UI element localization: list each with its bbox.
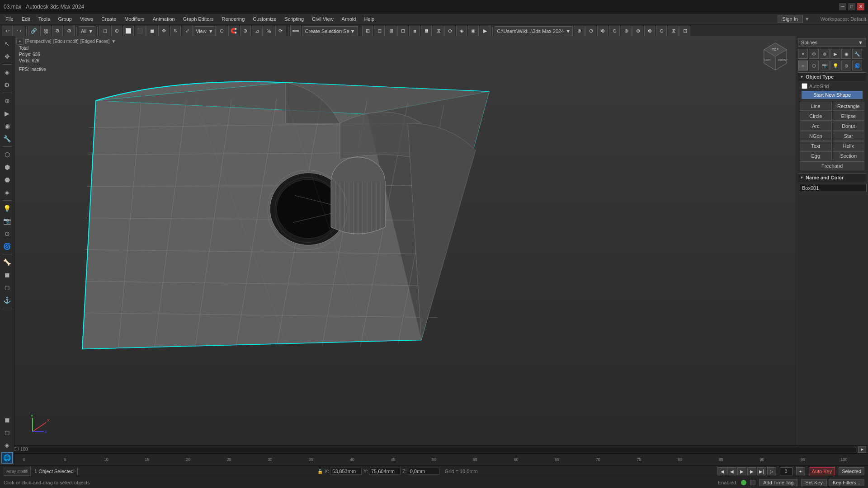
left-lights-tool[interactable]: 💡 (1, 202, 13, 214)
menu-views[interactable]: Views (76, 15, 97, 23)
key-prev-button[interactable]: |◀ (717, 467, 726, 475)
bind-button[interactable]: ⚙ (52, 26, 63, 37)
camera-icon-btn[interactable]: 📷 (820, 61, 830, 70)
view-dropdown[interactable]: View ▼ (193, 26, 216, 36)
path-btn1[interactable]: ⊕ (574, 26, 585, 37)
menu-tools[interactable]: Tools (35, 15, 54, 23)
left-select-tool[interactable]: ↖ (1, 38, 13, 50)
menu-arnold[interactable]: Arnold (338, 15, 360, 23)
motion-icon-btn[interactable]: ▶ (830, 49, 840, 59)
left-shapes-tool[interactable]: ⬡ (1, 149, 13, 160)
rectangle-button[interactable]: Rectangle (833, 102, 865, 111)
next-frame-button[interactable]: ▶ (747, 467, 756, 475)
left-particles-tool[interactable]: ⬣ (1, 174, 13, 186)
current-frame-input[interactable] (780, 467, 793, 475)
path-btn9[interactable]: ⊞ (668, 26, 679, 37)
render-button[interactable]: ▶ (480, 26, 491, 37)
menu-customize[interactable]: Customize (249, 15, 280, 23)
mirror-button[interactable]: ⟺ (290, 26, 301, 37)
y-input[interactable] (369, 468, 401, 475)
x-input[interactable] (330, 468, 362, 475)
object-name-input[interactable] (800, 184, 867, 192)
utilities-icon-btn[interactable]: 🔧 (852, 49, 862, 59)
align6-button[interactable]: ≣ (421, 26, 432, 37)
geometry-icon-btn[interactable]: ⬡ (809, 61, 819, 70)
z-input[interactable] (408, 468, 439, 475)
left-bottom-btn1[interactable]: ◼ (1, 414, 13, 426)
menu-graph-editors[interactable]: Graph Editors (179, 15, 217, 23)
menu-civil-view[interactable]: Civil View (308, 15, 337, 23)
menu-create[interactable]: Create (98, 15, 120, 23)
menu-file[interactable]: File (2, 15, 17, 23)
left-bottom-btn3[interactable]: ◈ (1, 439, 13, 451)
menu-group[interactable]: Group (54, 15, 75, 23)
undo-button[interactable]: ↩ (2, 26, 13, 37)
material-editor-button[interactable]: ◈ (456, 26, 467, 37)
close-button[interactable]: ✕ (857, 3, 864, 10)
left-motion-tool[interactable]: ▶ (1, 108, 13, 119)
select-name-button[interactable]: ⊕ (111, 26, 122, 37)
freehand-button[interactable]: Freehand (800, 161, 864, 170)
autogrid-checkbox[interactable] (802, 83, 807, 89)
left-cameras-tool[interactable]: 📷 (1, 215, 13, 227)
redo-button[interactable]: ↪ (14, 26, 24, 37)
path-btn2[interactable]: ⊖ (585, 26, 596, 37)
path-btn6[interactable]: ⊛ (632, 26, 643, 37)
key-next-button[interactable]: ▶| (757, 467, 766, 475)
set-key-button[interactable]: Set Key (801, 479, 827, 486)
path-btn8[interactable]: ⊝ (656, 26, 667, 37)
ngon-button[interactable]: NGon (800, 131, 832, 141)
prev-frame-button[interactable]: ◀ (727, 467, 736, 475)
line-button[interactable]: Line (800, 102, 832, 111)
left-bottom-btn4[interactable]: 🌐 (1, 452, 13, 464)
rotate-button[interactable]: ↻ (170, 26, 181, 37)
object-type-section-header[interactable]: ▼ Object Type (798, 72, 866, 81)
sign-in-button[interactable]: Sign In (778, 15, 803, 23)
hierarchy-icon-btn[interactable]: ⊕ (820, 49, 830, 59)
play-button[interactable]: ▶ (737, 467, 746, 475)
layer-mgr-button[interactable]: ⊞ (433, 26, 443, 37)
timeline-frames[interactable]: 0 5 10 15 20 25 30 35 40 45 50 55 60 65 … (0, 454, 868, 465)
align-button[interactable]: ⊞ (362, 26, 373, 37)
modifier-stack-panel[interactable]: Array modifi (4, 467, 31, 476)
align3-button[interactable]: ⊠ (386, 26, 396, 37)
section-button[interactable]: Section (833, 151, 865, 160)
align2-button[interactable]: ⊟ (374, 26, 385, 37)
left-spacewarps-tool[interactable]: 🌀 (1, 240, 13, 252)
bind2-button[interactable]: ⚙ (64, 26, 75, 37)
select-window-button[interactable]: ⬛ (135, 26, 146, 37)
path-btn4[interactable]: ⊙ (609, 26, 620, 37)
menu-help[interactable]: Help (360, 15, 378, 23)
render-setup-button[interactable]: ◉ (468, 26, 479, 37)
donut-button[interactable]: Donut (833, 122, 865, 131)
arc-button[interactable]: Arc (800, 122, 832, 131)
left-compound-tool[interactable]: ⬢ (1, 161, 13, 173)
space-warp-icon-btn[interactable]: 🌀 (852, 61, 862, 70)
maximize-button[interactable]: □ (848, 3, 855, 10)
link-button[interactable]: 🔗 (28, 26, 39, 37)
left-bone-tool[interactable]: 🦴 (1, 256, 13, 268)
align5-button[interactable]: ≡ (409, 26, 420, 37)
select-region-button[interactable]: ⬜ (123, 26, 134, 37)
left-create-tool[interactable]: ◈ (1, 66, 13, 78)
minimize-button[interactable]: ─ (839, 3, 846, 10)
create-selection-button[interactable]: Create Selection Se ▼ (302, 26, 359, 36)
snap3d-button[interactable]: ⊕ (240, 26, 251, 37)
menu-animation[interactable]: Animation (149, 15, 179, 23)
pivot-button[interactable]: ⊙ (217, 26, 227, 37)
left-modify-tool[interactable]: ⚙ (1, 79, 13, 91)
star-button[interactable]: Star (833, 131, 865, 141)
percent-snap-button[interactable]: % (264, 26, 274, 37)
left-helpers-tool[interactable]: ⊙ (1, 228, 13, 239)
helix-button[interactable]: Helix (833, 141, 865, 150)
angle-snap-button[interactable]: ⊿ (252, 26, 263, 37)
add-key-button[interactable]: + (796, 467, 805, 475)
viewport[interactable]: + [Perspective] [Edou modif] [Edged Face… (14, 36, 796, 445)
play-options-button[interactable]: ▷ (767, 467, 776, 475)
add-time-tag-button[interactable]: Add Time Tag (759, 479, 797, 486)
create-icon-btn[interactable]: ✦ (798, 49, 808, 59)
left-bottom-btn2[interactable]: ◻ (1, 427, 13, 438)
auto-key-button[interactable]: Auto Key (809, 467, 835, 475)
left-rigging-tool[interactable]: ⚓ (1, 294, 13, 306)
path-btn3[interactable]: ⊗ (597, 26, 608, 37)
